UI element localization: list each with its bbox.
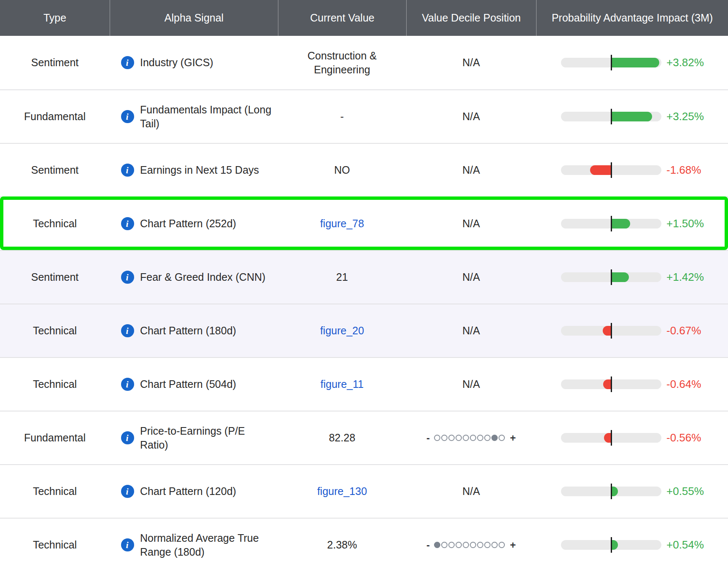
info-icon[interactable]: i — [121, 217, 134, 230]
signal-type-label: Technical — [33, 218, 77, 230]
alpha-signal-name: Chart Pattern (252d) — [140, 217, 236, 231]
impact-bar-center-tick — [611, 537, 612, 553]
impact-bar — [561, 540, 661, 550]
info-icon[interactable]: i — [121, 324, 134, 337]
current-value: 82.28 — [329, 431, 356, 445]
impact-bar-center-tick — [611, 109, 612, 124]
impact-value-label: +3.25% — [666, 110, 704, 123]
value-decile-cell: N/A — [406, 197, 536, 250]
impact-bar — [561, 219, 661, 229]
current-value: - — [340, 110, 344, 124]
impact-bar-center-tick — [611, 430, 612, 446]
impact-bar-fill — [590, 165, 611, 175]
impact-value-label: -0.67% — [666, 324, 701, 337]
impact-bar — [561, 326, 661, 336]
alpha-signals-table: Type Alpha Signal Current Value Value De… — [0, 0, 728, 570]
decile-na-label: N/A — [462, 218, 480, 230]
impact-bar — [561, 165, 661, 175]
decile-dot — [441, 435, 448, 441]
value-decile-cell: N/A — [406, 36, 536, 89]
signal-type-label: Sentiment — [31, 271, 79, 283]
alpha-signal-name: Chart Pattern (180d) — [140, 324, 236, 338]
alpha-signal-name: Fear & Greed Index (CNN) — [140, 270, 265, 284]
value-decile-cell: -+ — [406, 519, 536, 570]
signal-type-label: Technical — [33, 485, 77, 497]
table-row: Technical i Chart Pattern (120d) figure_… — [0, 464, 728, 518]
decile-indicator: -+ — [426, 539, 516, 551]
table-header: Type Alpha Signal Current Value Value De… — [0, 0, 728, 36]
col-header-probability-advantage-impact: Probability Advantage Impact (3M) — [536, 0, 728, 36]
decile-na-label: N/A — [462, 164, 480, 176]
alpha-signal-name: Chart Pattern (120d) — [140, 484, 236, 498]
decile-dot — [499, 542, 505, 548]
info-icon[interactable]: i — [121, 56, 134, 69]
info-icon[interactable]: i — [121, 271, 134, 284]
current-value: 2.38% — [327, 538, 357, 552]
impact-value-label: -1.68% — [666, 164, 701, 177]
decile-dot — [470, 542, 476, 548]
value-decile-cell: N/A — [406, 465, 536, 518]
decile-dot — [448, 542, 455, 548]
impact-bar-center-tick — [611, 55, 612, 70]
impact-bar-fill — [603, 326, 611, 336]
decile-dot-filled — [491, 435, 498, 441]
decile-dot — [456, 435, 462, 441]
info-icon[interactable]: i — [121, 164, 134, 177]
impact-bar-center-tick — [611, 162, 612, 178]
current-value: 21 — [336, 270, 348, 284]
decile-dot — [448, 435, 455, 441]
impact-value-label: -0.64% — [666, 378, 701, 391]
decile-na-label: N/A — [462, 485, 480, 497]
info-icon[interactable]: i — [121, 110, 134, 123]
current-value-link[interactable]: figure_11 — [321, 377, 364, 391]
decile-dot — [470, 435, 476, 441]
info-icon[interactable]: i — [121, 538, 134, 551]
impact-bar-center-tick — [611, 484, 612, 499]
alpha-signal-name: Industry (GICS) — [140, 56, 213, 70]
impact-bar — [561, 379, 661, 389]
info-icon[interactable]: i — [121, 485, 134, 498]
decile-dot — [499, 435, 505, 441]
current-value-link[interactable]: figure_130 — [317, 484, 367, 498]
impact-bar-fill — [611, 219, 630, 229]
table-row: Sentiment i Fear & Greed Index (CNN) 21 … — [0, 250, 728, 304]
impact-bar-center-tick — [611, 376, 612, 392]
table-row: Technical i Chart Pattern (252d) figure_… — [0, 196, 728, 250]
signal-type-label: Sentiment — [31, 56, 79, 69]
current-value-link[interactable]: figure_20 — [320, 324, 364, 338]
impact-bar-fill — [604, 433, 611, 443]
decile-na-label: N/A — [462, 325, 480, 337]
decile-dot — [477, 542, 483, 548]
decile-dot — [441, 542, 448, 548]
table-row: Technical i Normalized Average True Rang… — [0, 518, 728, 570]
impact-bar — [561, 272, 661, 282]
current-value: Construction & Engineering — [294, 49, 391, 76]
impact-value-label: +0.54% — [666, 538, 704, 551]
col-header-current-value: Current Value — [278, 0, 406, 36]
table-row: Sentiment i Industry (GICS) Construction… — [0, 36, 728, 89]
impact-bar — [561, 433, 661, 443]
impact-value-label: +1.50% — [666, 217, 704, 230]
impact-bar-fill — [603, 379, 611, 389]
impact-bar-fill — [611, 112, 652, 121]
decile-dot — [477, 435, 483, 441]
impact-bar-fill — [611, 272, 629, 282]
info-icon[interactable]: i — [121, 431, 134, 444]
impact-bar-fill — [611, 58, 659, 67]
value-decile-cell: N/A — [406, 358, 536, 411]
table-row: Technical i Chart Pattern (504d) figure_… — [0, 357, 728, 411]
current-value-link[interactable]: figure_78 — [320, 217, 364, 231]
impact-value-label: +0.55% — [666, 485, 704, 498]
value-decile-cell: N/A — [406, 144, 536, 196]
alpha-signal-name: Normalized Average True Range (180d) — [140, 531, 272, 559]
info-icon[interactable]: i — [121, 378, 134, 391]
decile-na-label: N/A — [462, 110, 480, 123]
value-decile-cell: N/A — [406, 251, 536, 304]
impact-bar — [561, 58, 661, 67]
signal-type-label: Sentiment — [31, 164, 79, 176]
signal-type-label: Technical — [33, 539, 77, 551]
decile-dot — [463, 435, 469, 441]
decile-indicator: -+ — [426, 432, 516, 444]
signal-type-label: Technical — [33, 325, 77, 337]
impact-value-label: +3.82% — [666, 56, 704, 69]
